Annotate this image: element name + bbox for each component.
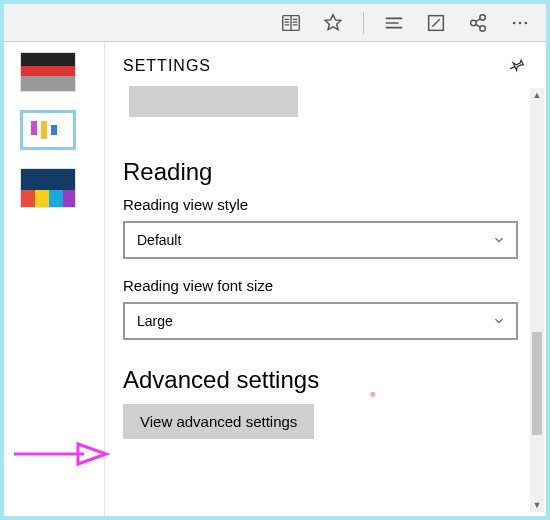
- scroll-up-icon[interactable]: ▲: [530, 88, 544, 102]
- browser-toolbar: [4, 4, 546, 42]
- panel-body: Choose what to clear Reading Reading vie…: [105, 86, 546, 516]
- svg-point-2: [471, 20, 477, 26]
- reading-style-label: Reading view style: [123, 196, 518, 213]
- svg-point-3: [480, 14, 486, 20]
- page-thumbnail[interactable]: [20, 110, 76, 150]
- svg-point-6: [519, 21, 522, 24]
- toolbar-separator: [363, 12, 364, 34]
- reading-list-icon[interactable]: [279, 11, 303, 35]
- svg-point-5: [513, 21, 516, 24]
- reading-heading: Reading: [123, 158, 518, 186]
- chevron-down-icon: [492, 233, 506, 247]
- more-icon[interactable]: [508, 11, 532, 35]
- reading-font-select[interactable]: Large: [123, 302, 518, 340]
- scrollbar[interactable]: ▲ ▼: [530, 88, 544, 512]
- pin-icon[interactable]: [508, 56, 528, 76]
- panel-title: SETTINGS: [123, 57, 211, 75]
- scroll-down-icon[interactable]: ▼: [530, 498, 544, 512]
- choose-clear-button[interactable]: Choose what to clear: [129, 86, 298, 117]
- chevron-down-icon: [492, 314, 506, 328]
- scroll-thumb[interactable]: [532, 332, 542, 435]
- page-thumbnail[interactable]: [20, 52, 76, 92]
- thumbnail-column: [4, 42, 104, 516]
- share-icon[interactable]: [466, 11, 490, 35]
- svg-point-4: [480, 25, 486, 31]
- hub-icon[interactable]: [382, 11, 406, 35]
- reading-style-select[interactable]: Default: [123, 221, 518, 259]
- advanced-heading: Advanced settings: [123, 366, 518, 394]
- web-note-icon[interactable]: [424, 11, 448, 35]
- view-advanced-settings-button[interactable]: View advanced settings: [123, 404, 314, 439]
- reading-font-label: Reading view font size: [123, 277, 518, 294]
- settings-panel: SETTINGS Choose what to clear Reading Re…: [104, 42, 546, 516]
- star-icon[interactable]: [321, 11, 345, 35]
- reading-style-value: Default: [137, 232, 181, 248]
- svg-point-7: [525, 21, 528, 24]
- reading-font-value: Large: [137, 313, 173, 329]
- page-thumbnail[interactable]: [20, 168, 76, 208]
